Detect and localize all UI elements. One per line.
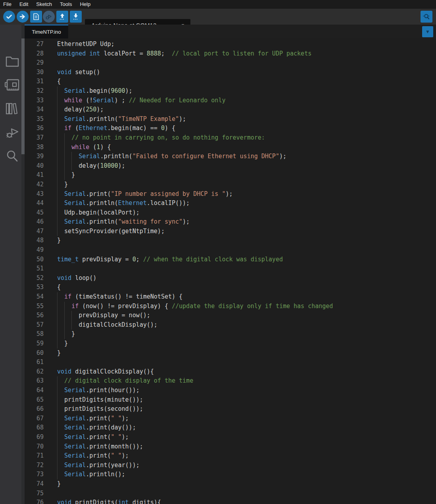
code-line: 46 Serial.println("waiting for sync"); xyxy=(25,217,436,227)
line-number: 64 xyxy=(25,386,44,395)
code-line: 49 xyxy=(25,245,436,255)
code-line: 64 Serial.print(hour()); xyxy=(25,386,436,395)
line-number: 76 xyxy=(25,498,44,504)
sketch-button[interactable] xyxy=(30,11,42,23)
sidebar-item-sketchbook[interactable] xyxy=(0,51,25,72)
line-number: 71 xyxy=(25,451,44,461)
line-number: 66 xyxy=(25,404,44,414)
line-number: 46 xyxy=(25,217,44,227)
code-line: 32 Serial.begin(9600); xyxy=(25,86,436,96)
code-line: 53{ xyxy=(25,283,436,292)
code-line: 38 while (1) { xyxy=(25,143,436,152)
code-text: Serial.println(); xyxy=(57,470,125,479)
code-text: Serial.print(month()); xyxy=(57,442,143,452)
code-line: 39 Serial.println("Failed to configure E… xyxy=(25,152,436,161)
menu-tools[interactable]: Tools xyxy=(56,0,76,9)
line-number: 56 xyxy=(25,311,44,320)
tab-timentp-ino[interactable]: TimeNTP.ino xyxy=(25,25,68,38)
code-line: 29 xyxy=(25,58,436,68)
code-line: 44 Serial.println(Ethernet.localIP()); xyxy=(25,199,436,208)
code-line: 45 Udp.begin(localPort); xyxy=(25,208,436,218)
magnifier-icon xyxy=(6,149,19,163)
code-line: 42 } xyxy=(25,180,436,190)
code-line: 57 digitalClockDisplay(); xyxy=(25,320,436,330)
books-icon xyxy=(5,102,19,115)
code-text: prevDisplay = now(); xyxy=(57,311,150,320)
code-text: setSyncProvider(getNtpTime); xyxy=(57,227,165,236)
code-line: 47 setSyncProvider(getNtpTime); xyxy=(25,227,436,236)
code-text: Serial.println("TimeNTP Example"); xyxy=(57,115,186,124)
tab-overflow-button[interactable]: ▼ xyxy=(422,26,433,37)
line-number: 54 xyxy=(25,292,44,302)
menu-file[interactable]: File xyxy=(3,0,15,9)
line-number: 62 xyxy=(25,367,44,377)
line-number: 65 xyxy=(25,395,44,405)
sidebar-scrollbar-thumb[interactable] xyxy=(21,38,25,154)
sidebar-item-boards-manager[interactable] xyxy=(0,75,25,95)
chevron-down-icon: ▼ xyxy=(425,29,430,34)
code-line: 73 Serial.println(); xyxy=(25,470,436,479)
code-editor[interactable]: 27EthernetUDP Udp;28unsigned int localPo… xyxy=(25,38,436,504)
document-icon xyxy=(33,13,39,20)
code-line: 59 } xyxy=(25,339,436,349)
debug-button[interactable] xyxy=(43,11,55,23)
line-number: 53 xyxy=(25,283,44,292)
code-line: 37 // no point in carrying on, so do not… xyxy=(25,133,436,143)
line-number: 61 xyxy=(25,358,44,367)
code-text: void loop() xyxy=(57,274,96,283)
code-line: 43 Serial.print("IP number assigned by D… xyxy=(25,190,436,199)
code-line: 31{ xyxy=(25,77,436,86)
code-text: } xyxy=(57,180,68,190)
code-text: time_t prevDisplay = 0; // when the digi… xyxy=(57,255,283,264)
tab-bar: TimeNTP.ino ▼ xyxy=(25,25,436,38)
code-line: 40 delay(10000); xyxy=(25,161,436,171)
menu-sketch[interactable]: Sketch xyxy=(32,0,56,9)
code-text: printDigits(second()); xyxy=(57,404,143,414)
menu-bar: FileEditSketchToolsHelp xyxy=(0,0,436,9)
import-button[interactable] xyxy=(70,11,82,23)
code-text: // no point in carrying on, so do nothin… xyxy=(57,133,265,143)
line-number: 45 xyxy=(25,208,44,218)
sidebar-item-search[interactable] xyxy=(0,146,25,167)
line-number: 49 xyxy=(25,245,44,255)
line-number: 30 xyxy=(25,68,44,77)
code-line: 30void setup() xyxy=(25,68,436,77)
code-line: 66 printDigits(second()); xyxy=(25,404,436,414)
line-number: 33 xyxy=(25,96,44,105)
arrow-up-icon xyxy=(59,13,66,21)
verify-button[interactable] xyxy=(3,11,15,23)
line-number: 60 xyxy=(25,349,44,358)
code-text: Serial.print(" "); xyxy=(57,451,129,461)
line-number: 37 xyxy=(25,133,44,143)
code-text: unsigned int localPort = 8888; // local … xyxy=(57,49,311,59)
menu-help[interactable]: Help xyxy=(76,0,94,9)
code-text: void digitalClockDisplay(){ xyxy=(57,367,154,377)
serial-monitor-button[interactable] xyxy=(421,11,432,23)
toolbar: Arduino Nano at COM13 ▼ xyxy=(0,9,436,25)
code-text: Serial.print(day()); xyxy=(57,423,136,433)
line-number: 59 xyxy=(25,339,44,349)
sidebar-item-debug[interactable] xyxy=(0,122,25,143)
code-text: delay(250); xyxy=(57,105,104,115)
code-text: digitalClockDisplay(); xyxy=(57,320,157,330)
code-text: } xyxy=(57,479,61,489)
export-button[interactable] xyxy=(56,11,68,23)
sidebar-item-library-manager[interactable] xyxy=(0,98,25,119)
code-text: Serial.print(year()); xyxy=(57,461,140,470)
code-line: 55 if (now() != prevDisplay) { //update … xyxy=(25,302,436,311)
arrow-right-icon xyxy=(19,13,26,20)
upload-button[interactable] xyxy=(17,11,29,23)
code-line: 35 Serial.println("TimeNTP Example"); xyxy=(25,115,436,124)
line-number: 35 xyxy=(25,115,44,124)
menu-edit[interactable]: Edit xyxy=(15,0,32,9)
line-number: 32 xyxy=(25,86,44,96)
code-line: 67 Serial.print(" "); xyxy=(25,414,436,424)
code-line: 48} xyxy=(25,236,436,245)
line-number: 68 xyxy=(25,423,44,433)
check-icon xyxy=(6,13,12,20)
code-text: } xyxy=(57,330,75,339)
code-line: 69 Serial.print(" "); xyxy=(25,433,436,442)
code-text: } xyxy=(57,236,61,245)
code-text: Serial.begin(9600); xyxy=(57,86,133,96)
code-text: void setup() xyxy=(57,68,100,77)
